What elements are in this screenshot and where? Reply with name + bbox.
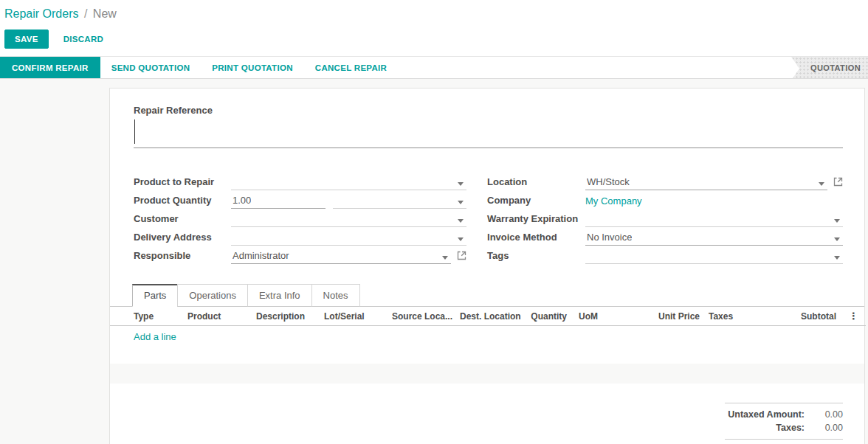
right-field-column: Location WH/Stock Company My Company War…	[487, 172, 843, 264]
column-header-subtotal[interactable]: Subtotal	[793, 307, 842, 326]
product-to-repair-label: Product to Repair	[134, 176, 231, 190]
responsible-value: Administrator	[232, 250, 289, 261]
empty-list-row	[110, 347, 864, 364]
taxes-row: Taxes: 0.00	[725, 421, 843, 434]
chevron-down-icon[interactable]	[458, 182, 464, 186]
customer-label: Customer	[134, 213, 231, 227]
tags-label: Tags	[487, 250, 585, 264]
chevron-down-icon[interactable]	[458, 237, 464, 241]
column-header-uom[interactable]: UoM	[573, 307, 652, 326]
column-header-lot-serial[interactable]: Lot/Serial	[318, 307, 386, 326]
field-customer: Customer	[134, 209, 466, 227]
repair-reference-input[interactable]	[134, 117, 843, 148]
chevron-down-icon[interactable]	[834, 256, 840, 260]
external-link-icon[interactable]	[833, 177, 843, 189]
chevron-down-icon[interactable]	[442, 256, 448, 260]
untaxed-amount-value: 0.00	[805, 409, 843, 420]
column-header-taxes[interactable]: Taxes	[703, 307, 793, 326]
delivery-address-label: Delivery Address	[134, 232, 231, 246]
invoice-method-label: Invoice Method	[487, 232, 585, 246]
discard-button[interactable]: DISCARD	[53, 30, 114, 48]
company-label: Company	[487, 195, 585, 209]
customer-input[interactable]	[231, 219, 466, 227]
field-warranty-expiration: Warranty Expiration	[487, 209, 843, 227]
total-row: Total: (update) 0.00	[725, 439, 843, 444]
external-link-icon[interactable]	[457, 251, 466, 263]
action-buttons: SAVE DISCARD	[4, 27, 868, 56]
empty-list-row	[110, 384, 864, 403]
column-header-dest-location[interactable]: Dest. Location	[454, 307, 522, 326]
untaxed-amount-label: Untaxed Amount:	[728, 409, 805, 420]
taxes-label: Taxes:	[776, 423, 805, 433]
main-content: Repair Reference Product to Repair Produ…	[0, 79, 868, 444]
save-button[interactable]: SAVE	[4, 30, 49, 49]
warranty-expiration-input[interactable]	[585, 219, 843, 227]
column-header-type[interactable]: Type	[110, 307, 182, 326]
statusbar-buttons: CONFIRM REPAIR SEND QUOTATION PRINT QUOT…	[0, 57, 398, 78]
column-header-product[interactable]: Product	[182, 307, 250, 326]
location-input[interactable]: WH/Stock	[585, 176, 843, 190]
breadcrumb-separator: /	[82, 7, 89, 20]
field-product-quantity: Product Quantity 1.00	[134, 190, 466, 209]
column-header-unit-price[interactable]: Unit Price	[652, 307, 703, 326]
parts-list-table: Type Product Description Lot/Serial Sour…	[110, 307, 866, 326]
column-header-source-location[interactable]: Source Loca...	[386, 307, 454, 326]
location-value: WH/Stock	[587, 176, 630, 187]
tab-operations[interactable]: Operations	[177, 284, 248, 307]
chevron-down-icon[interactable]	[834, 219, 840, 223]
untaxed-amount-row: Untaxed Amount: 0.00	[725, 408, 843, 421]
add-a-line-link[interactable]: Add a line	[134, 331, 176, 342]
column-header-description[interactable]: Description	[250, 307, 318, 326]
statusbar: CONFIRM REPAIR SEND QUOTATION PRINT QUOT…	[0, 56, 868, 79]
field-grid: Product to Repair Product Quantity 1.00 …	[134, 172, 843, 264]
print-quotation-button[interactable]: PRINT QUOTATION	[201, 57, 303, 78]
totals-block: Untaxed Amount: 0.00 Taxes: 0.00 Total: …	[725, 403, 843, 444]
product-quantity-value: 1.00	[232, 195, 251, 206]
optional-columns-icon[interactable]: ⋮	[842, 307, 866, 326]
tab-extra-info[interactable]: Extra Info	[247, 284, 312, 307]
repair-reference-label: Repair Reference	[134, 105, 843, 116]
breadcrumb-current: New	[93, 7, 117, 20]
stage-quotation[interactable]: QUOTATION	[791, 57, 868, 78]
notebook: Parts Operations Extra Info Notes Type P…	[110, 283, 864, 403]
invoice-method-value: No Invoice	[587, 232, 632, 243]
responsible-label: Responsible	[134, 250, 231, 264]
field-product-to-repair: Product to Repair	[134, 172, 466, 190]
tab-bar: Parts Operations Extra Info Notes	[110, 283, 864, 307]
field-invoice-method: Invoice Method No Invoice	[487, 227, 843, 246]
product-quantity-label: Product Quantity	[134, 195, 231, 209]
top-header: Repair Orders / New SAVE DISCARD	[0, 0, 868, 56]
location-label: Location	[487, 176, 585, 190]
totals-section: Untaxed Amount: 0.00 Taxes: 0.00 Total: …	[134, 403, 843, 444]
send-quotation-button[interactable]: SEND QUOTATION	[100, 57, 202, 78]
form-sheet: Repair Reference Product to Repair Produ…	[109, 88, 865, 444]
invoice-method-select[interactable]: No Invoice	[585, 232, 843, 246]
cancel-repair-button[interactable]: CANCEL REPAIR	[304, 57, 398, 78]
chevron-down-icon[interactable]	[834, 237, 840, 241]
field-company: Company My Company	[487, 190, 843, 209]
breadcrumb: Repair Orders / New	[4, 6, 868, 27]
field-responsible: Responsible Administrator	[134, 246, 466, 264]
text-cursor	[134, 119, 135, 144]
field-delivery-address: Delivery Address	[134, 227, 466, 246]
breadcrumb-repair-orders[interactable]: Repair Orders	[4, 7, 78, 20]
chevron-down-icon[interactable]	[458, 201, 464, 204]
field-location: Location WH/Stock	[487, 172, 843, 190]
company-value-link[interactable]: My Company	[585, 195, 642, 209]
company-link-wrap: My Company	[585, 195, 843, 209]
product-to-repair-input[interactable]	[231, 182, 466, 190]
chevron-down-icon[interactable]	[458, 219, 464, 223]
tab-parts[interactable]: Parts	[132, 284, 178, 307]
tab-notes[interactable]: Notes	[311, 284, 360, 307]
product-quantity-input[interactable]: 1.00	[231, 195, 466, 209]
taxes-value: 0.00	[805, 423, 843, 433]
tags-input[interactable]	[585, 256, 843, 264]
responsible-input[interactable]: Administrator	[231, 250, 466, 264]
delivery-address-input[interactable]	[231, 237, 466, 246]
stage-indicator: QUOTATION	[791, 57, 868, 78]
confirm-repair-button[interactable]: CONFIRM REPAIR	[0, 57, 100, 78]
empty-list-row-striped	[110, 364, 864, 384]
chevron-down-icon[interactable]	[819, 182, 824, 186]
column-header-quantity[interactable]: Quantity	[522, 307, 573, 326]
add-line-row: Add a line	[110, 326, 864, 347]
